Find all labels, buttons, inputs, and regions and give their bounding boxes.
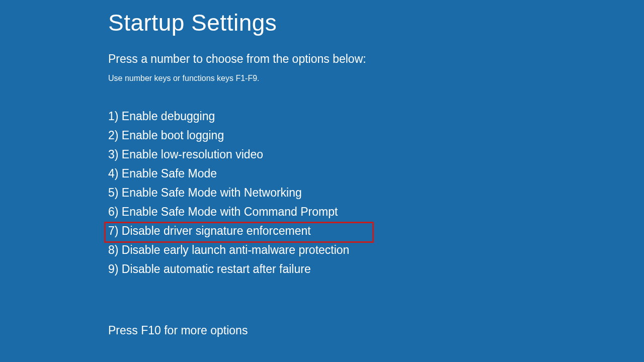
option-4[interactable]: 4) Enable Safe Mode (108, 164, 644, 184)
option-6[interactable]: 6) Enable Safe Mode with Command Prompt (108, 203, 644, 222)
footer-text: Press F10 for more options (108, 324, 644, 337)
startup-settings-screen: Startup Settings Press a number to choos… (0, 0, 644, 337)
option-2[interactable]: 2) Enable boot logging (108, 126, 644, 145)
option-9[interactable]: 9) Disable automatic restart after failu… (108, 260, 644, 279)
option-5[interactable]: 5) Enable Safe Mode with Networking (108, 184, 644, 203)
option-1[interactable]: 1) Enable debugging (108, 107, 644, 126)
instruction-text: Press a number to choose from the option… (108, 52, 644, 66)
option-3[interactable]: 3) Enable low-resolution video (108, 145, 644, 164)
page-title: Startup Settings (108, 9, 644, 36)
option-7[interactable]: 7) Disable driver signature enforcement (108, 222, 644, 241)
hint-text: Use number keys or functions keys F1-F9. (108, 74, 644, 83)
option-8[interactable]: 8) Disable early launch anti-malware pro… (108, 241, 644, 260)
options-list: 1) Enable debugging 2) Enable boot loggi… (108, 107, 644, 279)
